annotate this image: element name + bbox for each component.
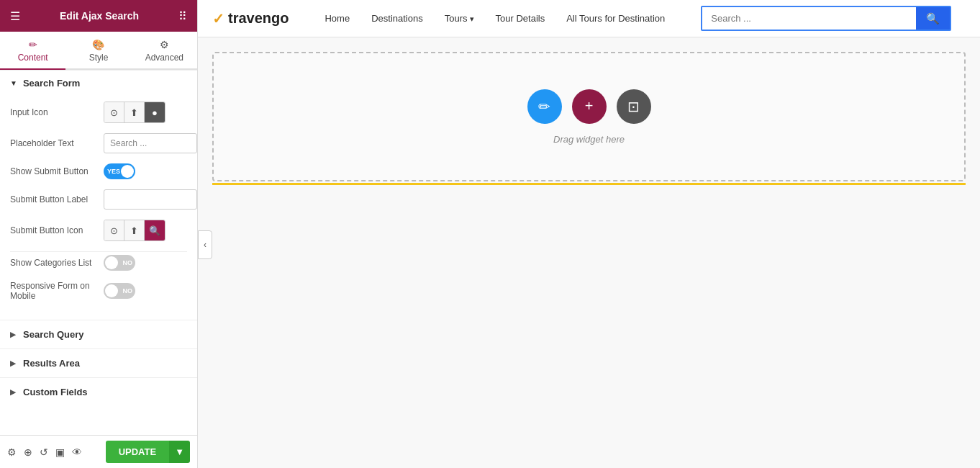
collapse-handle[interactable]: ‹ — [198, 230, 212, 259]
tab-style[interactable]: 🎨 Style — [65, 32, 131, 70]
drag-label: Drag widget here — [553, 134, 625, 145]
nav-tours[interactable]: Tours — [445, 13, 474, 24]
categories-toggle-knob — [105, 256, 118, 269]
submit-label-label: Submit Button Label — [10, 194, 104, 204]
show-submit-row: Show Submit Button YES — [10, 163, 187, 179]
update-group: UPDATE ▼ — [106, 441, 190, 463]
input-icon-refresh[interactable]: ⊙ — [104, 102, 124, 122]
tab-advanced[interactable]: ⚙ Advanced — [132, 32, 197, 70]
advanced-tab-label: Advanced — [145, 53, 183, 63]
eye-icon[interactable]: 👁 — [72, 446, 82, 458]
submit-icon-refresh[interactable]: ⊙ — [104, 220, 124, 240]
search-form-label: Search Form — [23, 78, 80, 89]
nav-destinations[interactable]: Destinations — [371, 13, 423, 24]
input-icon-label: Input Icon — [10, 107, 104, 117]
toggle-no-label-responsive: NO — [123, 287, 133, 294]
search-query-arrow: ▶ — [10, 330, 16, 338]
toggle-no-label-categories: NO — [123, 259, 133, 266]
content-tab-label: Content — [18, 53, 48, 63]
responsive-form-row: Responsive Form on Mobile NO — [10, 281, 187, 301]
layers-icon[interactable]: ⊕ — [24, 446, 32, 458]
main-area: ✓ travengo Home Destinations Tours Tour … — [198, 0, 980, 468]
bottom-icons: ⚙ ⊕ ↺ ▣ 👁 — [7, 446, 82, 458]
placeholder-row: Placeholder Text — [10, 133, 187, 153]
left-panel: ☰ Edit Ajax Search ⠿ ✏ Content 🎨 Style ⚙… — [0, 0, 198, 468]
submit-icon-upload[interactable]: ⬆ — [124, 220, 145, 240]
hamburger-icon[interactable]: ☰ — [10, 9, 20, 23]
placeholder-input[interactable] — [104, 133, 197, 153]
history-icon[interactable]: ↺ — [40, 446, 48, 458]
search-bar-container: 🔍 — [701, 6, 951, 31]
advanced-tab-icon: ⚙ — [160, 39, 169, 50]
results-area-section[interactable]: ▶ Results Area — [0, 348, 197, 377]
results-area-label: Results Area — [23, 358, 80, 369]
responsive-toggle-knob — [105, 284, 118, 297]
search-form-arrow: ▼ — [10, 79, 17, 87]
show-submit-toggle[interactable]: YES — [104, 163, 135, 179]
nav-tour-details[interactable]: Tour Details — [496, 13, 545, 24]
panel-title: Edit Ajax Search — [60, 10, 139, 22]
input-icon-row: Input Icon ⊙ ⬆ ● — [10, 102, 187, 123]
custom-fields-arrow: ▶ — [10, 388, 16, 396]
input-icon-circle[interactable]: ● — [145, 102, 165, 122]
tab-content[interactable]: ✏ Content — [0, 32, 65, 70]
logo-checkmark: ✓ — [212, 10, 224, 27]
search-form-section-header[interactable]: ▼ Search Form — [0, 70, 197, 96]
placeholder-label: Placeholder Text — [10, 138, 104, 148]
panel-content: ▼ Search Form Input Icon ⊙ ⬆ ● Placehold… — [0, 70, 197, 435]
submit-icon-btn-group: ⊙ ⬆ 🔍 — [104, 220, 165, 241]
custom-fields-label: Custom Fields — [23, 387, 88, 397]
grid-icon[interactable]: ⠿ — [178, 9, 187, 23]
search-query-section[interactable]: ▶ Search Query — [0, 320, 197, 348]
nav-all-tours[interactable]: All Tours for Destination — [566, 13, 665, 24]
logo-text: travengo — [228, 10, 289, 27]
panel-header: ☰ Edit Ajax Search ⠿ — [0, 0, 197, 32]
settings-icon[interactable]: ⚙ — [7, 446, 17, 458]
responsive-form-toggle[interactable]: NO — [104, 283, 135, 299]
submit-label-input[interactable] — [104, 189, 197, 210]
bottom-bar: ⚙ ⊕ ↺ ▣ 👁 UPDATE ▼ — [0, 435, 197, 468]
custom-fields-section[interactable]: ▶ Custom Fields — [0, 377, 197, 406]
submit-icon-search[interactable]: 🔍 — [145, 220, 165, 240]
nav-home[interactable]: Home — [325, 13, 350, 24]
toggle-yes-label: YES — [107, 168, 120, 175]
template-icon[interactable]: ▣ — [55, 446, 65, 458]
toggle-knob — [121, 165, 134, 178]
input-icon-upload[interactable]: ⬆ — [124, 102, 145, 122]
content-area: ✏ + ⊡ Drag widget here — [198, 37, 980, 468]
update-dropdown-button[interactable]: ▼ — [169, 441, 190, 463]
submit-label-row: Submit Button Label — [10, 189, 187, 210]
widget-copy-button[interactable]: ⊡ — [617, 89, 651, 124]
update-button[interactable]: UPDATE — [106, 441, 169, 463]
content-tab-icon: ✏ — [29, 39, 37, 50]
submit-icon-row: Submit Button Icon ⊙ ⬆ 🔍 — [10, 220, 187, 241]
show-categories-row: Show Categories List NO — [10, 255, 187, 271]
show-categories-label: Show Categories List — [10, 258, 104, 268]
main-search-input[interactable] — [702, 7, 916, 30]
tabs-bar: ✏ Content 🎨 Style ⚙ Advanced — [0, 32, 197, 70]
style-tab-icon: 🎨 — [92, 39, 104, 50]
responsive-form-label: Responsive Form on Mobile — [10, 281, 104, 301]
widget-actions: ✏ + ⊡ — [527, 89, 651, 124]
top-nav: ✓ travengo Home Destinations Tours Tour … — [198, 0, 980, 37]
input-icon-btn-group: ⊙ ⬆ ● — [104, 102, 165, 123]
submit-icon-label: Submit Button Icon — [10, 225, 104, 235]
style-tab-label: Style — [89, 53, 109, 63]
widget-add-button[interactable]: + — [572, 89, 607, 124]
search-query-label: Search Query — [23, 329, 84, 340]
show-submit-label: Show Submit Button — [10, 166, 104, 176]
results-area-arrow: ▶ — [10, 359, 16, 367]
search-form-body: Input Icon ⊙ ⬆ ● Placeholder Text Show S… — [0, 96, 197, 320]
logo: ✓ travengo — [212, 10, 289, 27]
main-search-button[interactable]: 🔍 — [916, 7, 950, 30]
yellow-divider — [212, 183, 966, 185]
widget-drop-area: ✏ + ⊡ Drag widget here — [212, 52, 966, 181]
show-categories-toggle[interactable]: NO — [104, 255, 135, 271]
widget-edit-button[interactable]: ✏ — [527, 89, 562, 124]
